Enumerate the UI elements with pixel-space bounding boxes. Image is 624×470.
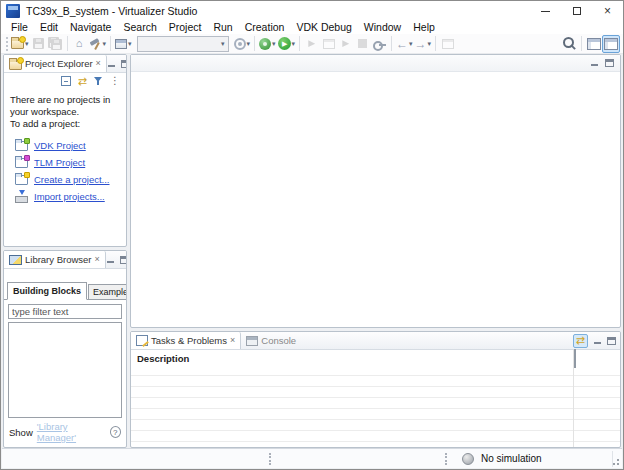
maximize-window-button[interactable] [561, 1, 592, 21]
create-project-link[interactable]: Create a project... [34, 174, 110, 186]
minimize-icon [541, 11, 550, 12]
minimize-view-icon[interactable] [107, 60, 116, 68]
open-perspective-button[interactable] [585, 35, 602, 53]
import-projects-link[interactable]: Import projects... [34, 191, 105, 203]
step-over-button[interactable]: ▶ [303, 35, 320, 53]
tab-library-browser[interactable]: Library Browser × [4, 251, 106, 268]
library-browser-footer: Show 'Library Manager' ? [4, 418, 126, 447]
help-icon[interactable]: ? [110, 426, 121, 438]
minimize-window-button[interactable] [530, 1, 561, 21]
list-item: TLM Project [10, 155, 120, 172]
toolbar-grip[interactable] [6, 37, 8, 51]
launch-config-combo[interactable]: ▾ [137, 36, 229, 52]
step-return-button[interactable] [320, 35, 337, 53]
tab-building-blocks[interactable]: Building Blocks [7, 282, 87, 300]
perspective-icon [587, 38, 601, 50]
menu-creation[interactable]: Creation [239, 21, 291, 34]
resize-grip[interactable] [610, 456, 620, 466]
maximize-view-icon[interactable] [121, 60, 127, 68]
run-button[interactable]: ▶ ▾ [277, 35, 297, 53]
menu-edit[interactable]: Edit [34, 21, 64, 34]
close-tab-icon[interactable]: × [230, 336, 235, 345]
view-controls: ⇄ [573, 332, 620, 349]
back-button[interactable]: ← ▾ [395, 35, 414, 53]
tab-console[interactable]: Console [241, 332, 301, 349]
minimize-view-icon[interactable] [593, 337, 602, 345]
home-button[interactable]: ⌂ [71, 35, 88, 53]
save-button[interactable] [30, 35, 47, 53]
creation-perspective-button[interactable] [602, 35, 620, 53]
home-icon: ⌂ [76, 38, 83, 49]
maximize-view-icon[interactable] [120, 256, 127, 264]
no-projects-message: There are no projects in your workspace. [10, 94, 120, 117]
filter-icon[interactable] [94, 76, 103, 86]
target-button[interactable]: ▾ [233, 35, 252, 53]
bottom-tabbar: Tasks & Problems × Console ⇄ [131, 332, 620, 350]
menu-vdk-debug[interactable]: VDK Debug [290, 21, 357, 34]
chevron-down-icon: ▾ [292, 40, 296, 47]
vdk-debug-gear-icon [259, 38, 271, 50]
minimize-view-icon[interactable] [590, 59, 599, 67]
link-with-editor-toggle[interactable]: ⇄ [573, 334, 588, 348]
minimize-view-icon[interactable] [106, 256, 115, 264]
console-icon [246, 336, 258, 346]
menu-run[interactable]: Run [207, 21, 238, 34]
tab-tasks-problems[interactable]: Tasks & Problems × [131, 332, 241, 349]
tab-project-explorer[interactable]: Project Explorer × [4, 55, 107, 72]
forward-button[interactable]: → ▾ [414, 35, 433, 53]
description-column-header[interactable]: Description [137, 353, 189, 364]
library-browser-tabbar: Library Browser × [4, 251, 126, 269]
filter-input[interactable] [8, 304, 122, 319]
save-all-button[interactable] [47, 35, 64, 53]
menu-navigate[interactable]: Navigate [64, 21, 117, 34]
save-all-icon [48, 37, 62, 50]
tlm-project-link[interactable]: TLM Project [34, 157, 85, 169]
library-browser-icon [9, 255, 22, 265]
status-grip[interactable] [445, 453, 447, 465]
vdk-debug-button[interactable]: ▾ [258, 35, 277, 53]
build-button[interactable]: ▾ [88, 35, 108, 53]
new-view-button[interactable]: ▾ [114, 35, 133, 53]
toolbar-separator [581, 36, 582, 51]
vdk-project-link[interactable]: VDK Project [34, 140, 86, 152]
open-new-editor-button[interactable] [439, 35, 456, 53]
view-menu-icon[interactable]: ⋮ [110, 76, 120, 86]
maximize-view-icon[interactable] [607, 337, 616, 345]
toolbar-separator [254, 36, 255, 51]
tasks-problems-view: Tasks & Problems × Console ⇄ [130, 331, 621, 448]
app-icon [6, 4, 20, 18]
chevron-down-icon: ▾ [103, 40, 107, 47]
close-window-button[interactable]: × [592, 1, 623, 21]
toolbar-separator [391, 36, 392, 51]
link-with-editor-icon[interactable]: ⇄ [78, 76, 87, 87]
vdk-project-icon [15, 141, 28, 151]
building-blocks-list[interactable] [8, 322, 122, 418]
menu-help[interactable]: Help [407, 21, 441, 34]
menu-window[interactable]: Window [358, 21, 407, 34]
close-tab-icon[interactable]: × [95, 255, 100, 264]
project-explorer-toolbar: ⇄ ⋮ [4, 73, 126, 89]
menu-file[interactable]: File [5, 21, 34, 34]
stop-button[interactable] [354, 35, 371, 53]
toolbar-separator [299, 36, 300, 51]
table-rows[interactable] [131, 365, 573, 447]
step-into-button[interactable]: ▶ [337, 35, 354, 53]
collapse-all-icon[interactable] [61, 76, 71, 86]
import-projects-icon [15, 196, 28, 203]
editor-area-header [131, 55, 620, 72]
chevron-down-icon: ▾ [428, 40, 432, 47]
library-manager-link[interactable]: 'Library Manager' [37, 421, 106, 443]
menu-search[interactable]: Search [117, 21, 162, 34]
menu-project[interactable]: Project [163, 21, 208, 34]
simulation-status-text: No simulation [481, 453, 542, 464]
app-window: TC39x_B_system - Virtualizer Studio × Fi… [0, 0, 624, 470]
editor-area [130, 54, 621, 328]
search-button[interactable] [561, 35, 578, 53]
status-grip[interactable] [269, 453, 271, 465]
close-tab-icon[interactable]: × [96, 59, 101, 68]
tab-examples[interactable]: Examples [88, 284, 127, 299]
maximize-view-icon[interactable] [605, 59, 614, 67]
key-button[interactable] [371, 35, 388, 53]
new-wizard-button[interactable]: ▾ [10, 35, 30, 53]
target-icon [234, 38, 246, 50]
